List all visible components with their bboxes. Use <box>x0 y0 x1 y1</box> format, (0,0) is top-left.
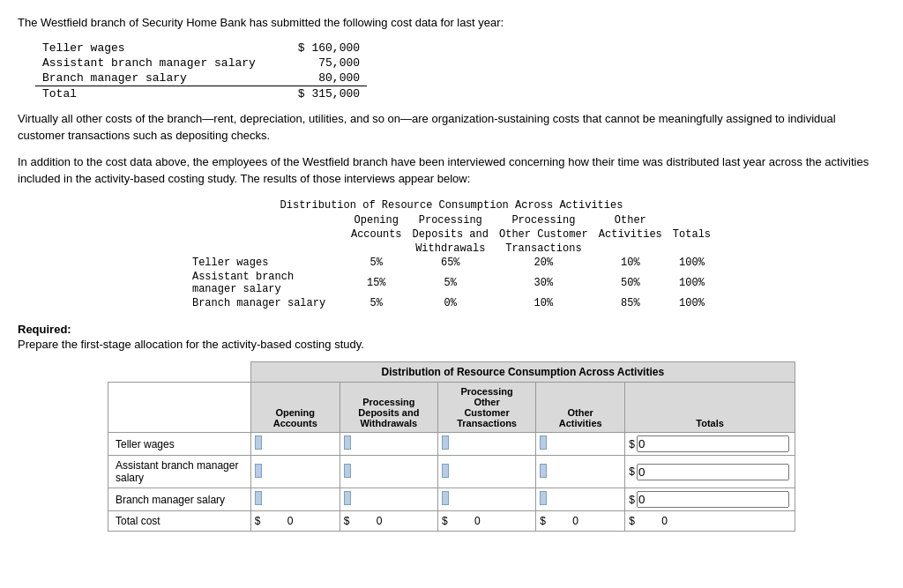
teller-totals-cell: $ <box>625 433 795 456</box>
branch-totals-cell: $ <box>625 488 795 511</box>
interactive-header-top: Distribution of Resource Consumption Acr… <box>108 362 795 383</box>
total-other-act-input[interactable] <box>548 515 578 527</box>
ref-cell: 0% <box>407 296 494 310</box>
total-label: Total <box>35 86 291 101</box>
tag-marker <box>442 491 449 505</box>
branch-deposits-cell <box>340 488 437 511</box>
teller-total-input[interactable] <box>637 435 789 452</box>
dollar-sign: $ <box>629 438 635 450</box>
total-other-cust-cell: $ <box>437 511 535 532</box>
interactive-table-title: Distribution of Resource Consumption Acr… <box>250 362 795 383</box>
ref-data-row-branch: Branch manager salary 5% 0% 10% 85% 100% <box>187 296 716 310</box>
ref-cell: 100% <box>668 296 716 310</box>
tag-marker <box>255 464 262 478</box>
dollar-sign: $ <box>442 515 448 527</box>
teller-other-act-cell <box>536 433 625 456</box>
interactive-row-teller: Teller wages $ <box>108 433 795 456</box>
row-label: Assistant branch manager salary <box>35 56 291 71</box>
required-label: Required: <box>18 323 71 336</box>
dollar-sign: $ <box>344 515 350 527</box>
dollar-sign: $ <box>629 465 635 478</box>
ref-cell: 15% <box>346 270 407 296</box>
ref-col-accounts: Accounts <box>346 227 407 242</box>
interactive-wrapper: Distribution of Resource Consumption Acr… <box>18 361 885 532</box>
total-amount: $ 315,000 <box>291 86 367 101</box>
row-label-branch: Branch manager salary <box>108 488 251 511</box>
total-opening-input[interactable] <box>262 515 293 527</box>
required-section: Required: Prepare the first-stage alloca… <box>18 323 885 354</box>
row-label-teller: Teller wages <box>108 433 251 456</box>
assistant-other-act-cell <box>536 456 625 488</box>
col-header-processing-other: ProcessingOtherCustomerTransactions <box>437 383 535 433</box>
ref-cell: 65% <box>407 256 494 270</box>
assistant-other-cust-cell <box>437 456 535 488</box>
tag-marker <box>344 464 351 478</box>
branch-other-cust-cell <box>437 488 535 511</box>
ref-cell: 100% <box>668 256 716 270</box>
branch-total-input[interactable] <box>637 491 789 508</box>
total-other-cust-input[interactable] <box>450 515 481 527</box>
dollar-sign: $ <box>629 515 635 527</box>
dollar-sign: $ <box>255 515 261 527</box>
ref-row-label: Assistant branch manager salary <box>187 270 346 296</box>
interactive-row-assistant: Assistant branch manager salary $ <box>108 456 795 488</box>
cost-data-table: Teller wages $ 160,000 Assistant branch … <box>35 41 367 101</box>
tag-marker <box>442 435 449 450</box>
ref-col-opening: Opening <box>346 213 407 227</box>
ref-distribution-section: Distribution of Resource Consumption Acr… <box>18 198 885 310</box>
total-totals-input[interactable] <box>637 515 668 527</box>
ref-cell: 100% <box>668 270 716 296</box>
ref-cell: 10% <box>593 256 668 270</box>
row-label-assistant: Assistant branch manager salary <box>108 456 251 488</box>
total-opening-cell: $ <box>250 511 340 532</box>
row-amount: 75,000 <box>291 56 367 71</box>
ref-col-other: Other <box>593 213 668 227</box>
ref-col-totals: Totals <box>668 227 716 242</box>
assistant-deposits-cell <box>340 456 437 488</box>
col-header-totals: Totals <box>625 383 795 433</box>
required-text: Prepare the first-stage allocation for t… <box>18 338 364 351</box>
assistant-total-input[interactable] <box>637 464 789 480</box>
ref-data-row-teller: Teller wages 5% 65% 20% 10% 100% <box>187 256 716 270</box>
paragraph2: In addition to the cost data above, the … <box>18 153 885 188</box>
row-label: Teller wages <box>35 41 291 56</box>
teller-deposits-cell <box>340 433 437 456</box>
total-other-act-cell: $ <box>536 511 625 532</box>
ref-cell: 5% <box>407 270 494 296</box>
dollar-sign: $ <box>629 494 635 506</box>
ref-header-row2: Accounts Deposits and Other Customer Act… <box>187 227 716 242</box>
ref-data-row-assistant: Assistant branch manager salary 15% 5% 3… <box>187 270 716 296</box>
table-row: Teller wages $ 160,000 <box>35 41 367 56</box>
tag-marker <box>540 491 547 505</box>
branch-other-act-cell <box>536 488 625 511</box>
ref-col-other-customer: Other Customer <box>494 227 593 242</box>
interactive-table: Distribution of Resource Consumption Acr… <box>108 361 795 532</box>
interactive-row-branch: Branch manager salary $ <box>108 488 795 511</box>
row-label-total: Total cost <box>108 511 251 532</box>
tag-marker <box>344 491 351 505</box>
teller-opening-cell <box>250 433 340 456</box>
ref-distribution-table: Distribution of Resource Consumption Acr… <box>187 198 716 310</box>
table-row: Assistant branch manager salary 75,000 <box>35 56 367 71</box>
tag-marker <box>540 435 547 450</box>
ref-row-label: Teller wages <box>187 256 346 270</box>
col-header-opening: OpeningAccounts <box>250 383 340 433</box>
ref-header-row1: Opening Processing Processing Other <box>187 213 716 227</box>
total-deposits-input[interactable] <box>351 515 382 527</box>
ref-col-processing-other: Processing <box>494 213 593 227</box>
row-label: Branch manager salary <box>35 71 291 86</box>
ref-col-deposits-and: Deposits and <box>407 227 494 242</box>
ref-cell: 5% <box>346 296 407 310</box>
tag-marker <box>344 435 351 450</box>
ref-cell: 20% <box>494 256 593 270</box>
ref-col-withdrawals: Withdrawals <box>407 242 494 256</box>
row-amount: 80,000 <box>291 71 367 86</box>
table-row: Branch manager salary 80,000 <box>35 71 367 86</box>
tag-marker <box>442 464 449 478</box>
ref-header-row3: Withdrawals Transactions <box>187 242 716 256</box>
assistant-totals-cell: $ <box>625 456 795 488</box>
tag-marker <box>540 464 547 478</box>
interactive-row-total: Total cost $ $ $ <box>108 511 795 532</box>
branch-opening-cell <box>250 488 340 511</box>
ref-cell: 50% <box>593 270 668 296</box>
